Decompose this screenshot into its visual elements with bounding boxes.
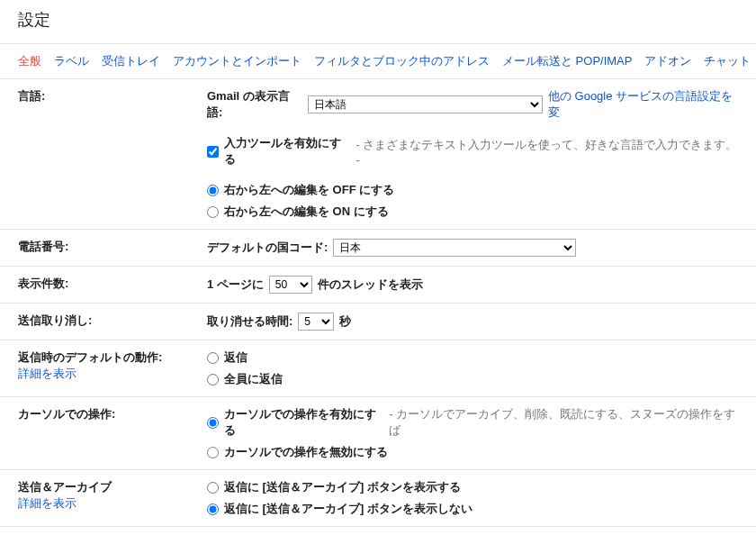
label-country-code: デフォルトの国コード: <box>207 240 328 256</box>
tab-inbox[interactable]: 受信トレイ <box>102 53 160 69</box>
tab-chat[interactable]: チャット <box>704 53 751 69</box>
label-display-language: Gmail の表示言語: <box>207 88 302 121</box>
label-send-archive: 送信＆アーカイブ <box>18 479 207 495</box>
tab-labels[interactable]: ラベル <box>54 53 89 69</box>
undo-suffix: 秒 <box>339 313 351 330</box>
desc-input-tools: - さまざまなテキスト入力ツールを使って、好きな言語で入力できます。 - <box>356 137 738 167</box>
section-language: 言語: Gmail の表示言語: 日本語 他の Google サービスの言語設定… <box>0 78 756 229</box>
radio-hover-enable[interactable] <box>207 417 219 429</box>
radio-rtl-on[interactable] <box>207 206 219 218</box>
select-display-language[interactable]: 日本語 <box>308 95 543 113</box>
tab-accounts[interactable]: アカウントとインポート <box>173 53 302 69</box>
tab-addons[interactable]: アドオン <box>644 53 691 69</box>
section-phone: 電話番号: デフォルトの国コード: 日本 <box>0 229 756 266</box>
label-page-size: 表示件数: <box>18 277 68 290</box>
label-reply-all: 全員に返信 <box>224 371 283 387</box>
label-hover-enable: カーソルでの操作を有効にする <box>224 406 383 439</box>
radio-hide-send-archive[interactable] <box>207 503 219 515</box>
checkbox-enable-input-tools[interactable] <box>207 146 219 158</box>
label-rtl-off: 右から左への編集を OFF にする <box>224 182 394 198</box>
select-page-size[interactable]: 50 <box>269 276 312 294</box>
label-undo-send: 送信取り消し: <box>18 313 92 327</box>
link-send-archive-details[interactable]: 詳細を表示 <box>18 495 207 512</box>
undo-prefix: 取り消せる時間: <box>207 313 292 330</box>
label-hide-send-archive: 返信に [送信＆アーカイブ] ボタンを表示しない <box>224 501 472 517</box>
radio-reply-all[interactable] <box>207 374 219 385</box>
section-hover-actions: カーソルでの操作: カーソルでの操作を有効にする - カーソルでアーカイブ、削除… <box>0 396 756 469</box>
label-hover-actions: カーソルでの操作: <box>18 407 115 421</box>
select-undo-seconds[interactable]: 5 <box>298 313 334 331</box>
tab-filters[interactable]: フィルタとブロック中のアドレス <box>314 53 490 69</box>
radio-rtl-off[interactable] <box>207 185 219 196</box>
section-default-style: 既定の書式スタイル: (既定の書式にリセットするには、ツールバーの [書式をクリ… <box>0 526 756 535</box>
page-size-suffix: 件のスレッドを表示 <box>318 277 423 293</box>
section-reply-behavior: 返信時のデフォルトの動作: 詳細を表示 返信 全員に返信 <box>0 340 756 396</box>
label-language: 言語: <box>18 89 45 103</box>
section-page-size: 表示件数: 1 ページに 50 件のスレッドを表示 <box>0 266 756 303</box>
section-undo-send: 送信取り消し: 取り消せる時間: 5 秒 <box>0 303 756 340</box>
label-phone: 電話番号: <box>18 240 68 253</box>
radio-reply[interactable] <box>207 352 219 364</box>
label-hover-disable: カーソルでの操作を無効にする <box>224 444 388 460</box>
label-reply-behavior: 返信時のデフォルトの動作: <box>18 349 207 366</box>
label-reply: 返信 <box>224 349 248 366</box>
desc-hover-enable: - カーソルでアーカイブ、削除、既読にする、スヌーズの操作をすば <box>389 406 738 439</box>
settings-tabs: 全般 ラベル 受信トレイ アカウントとインポート フィルタとブロック中のアドレス… <box>0 44 756 78</box>
tab-forwarding[interactable]: メール転送と POP/IMAP <box>502 53 632 69</box>
link-reply-details[interactable]: 詳細を表示 <box>18 366 207 382</box>
label-show-send-archive: 返信に [送信＆アーカイブ] ボタンを表示する <box>224 479 461 495</box>
tab-general[interactable]: 全般 <box>18 53 41 69</box>
label-rtl-on: 右から左への編集を ON にする <box>224 204 389 220</box>
radio-show-send-archive[interactable] <box>207 482 219 494</box>
page-title: 設定 <box>0 0 756 43</box>
link-change-google-language[interactable]: 他の Google サービスの言語設定を変 <box>548 88 738 121</box>
section-send-archive: 送信＆アーカイブ 詳細を表示 返信に [送信＆アーカイブ] ボタンを表示する 返… <box>0 469 756 526</box>
select-country-code[interactable]: 日本 <box>333 239 576 257</box>
page-size-prefix: 1 ページに <box>207 277 264 293</box>
radio-hover-disable[interactable] <box>207 447 219 458</box>
label-enable-input-tools: 入力ツールを有効にする <box>224 135 351 168</box>
